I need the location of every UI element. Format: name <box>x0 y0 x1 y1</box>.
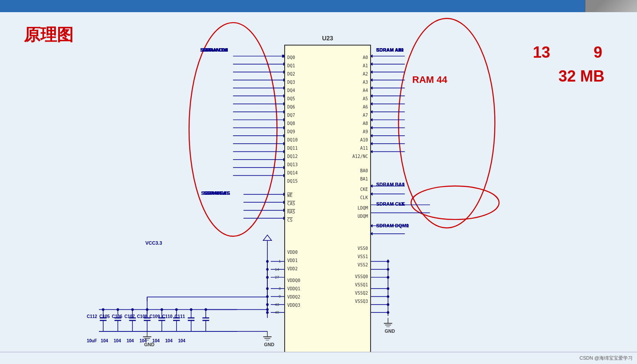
ic-reference: U23 <box>322 35 333 42</box>
ic-pin-a5: A5 <box>363 95 368 103</box>
svg-point-115 <box>387 287 389 290</box>
ic-pin-vdd1: VDD1 <box>287 256 300 265</box>
svg-text:27: 27 <box>275 275 279 279</box>
svg-point-96 <box>266 303 269 306</box>
svg-point-163 <box>102 308 105 311</box>
svg-point-91 <box>266 260 269 263</box>
svg-marker-100 <box>263 235 272 241</box>
ic-pin-a0: A0 <box>363 53 368 62</box>
ic-body: U23 W9825G6KH-6 DQ0 DQ1 DQ2 DQ3 DQ4 DQ5 … <box>284 45 371 355</box>
svg-point-164 <box>117 308 119 311</box>
svg-point-116 <box>387 295 389 298</box>
net-sdram-cs: SDRAM CS <box>187 189 230 197</box>
svg-point-169 <box>190 308 193 311</box>
svg-text:GND: GND <box>264 342 274 347</box>
ic-pin-a7: A7 <box>363 111 368 119</box>
svg-point-95 <box>266 295 269 298</box>
ic-pin-ba0: BA0 <box>360 167 368 175</box>
ic-pin-we: WE <box>287 191 300 200</box>
svg-point-165 <box>131 308 134 311</box>
ic-pin-a11: A11 <box>360 144 368 152</box>
ic-pin-dq2: DQ2 <box>287 70 300 78</box>
schematic-area: GND GND <box>0 12 637 352</box>
ic-pin-a6: A6 <box>363 103 368 111</box>
vcc-label: VCC3.3 <box>145 240 162 246</box>
svg-point-1 <box>398 18 495 228</box>
ic-pin-dq8: DQ8 <box>287 119 300 128</box>
ic-pin-cas: CAS <box>287 200 300 208</box>
svg-text:GND: GND <box>385 328 395 334</box>
svg-point-0 <box>189 23 277 236</box>
svg-point-114 <box>387 276 389 279</box>
ic-pin-udqm: UDQM <box>358 212 368 220</box>
ic-pin-a2: A2 <box>363 70 368 78</box>
svg-point-166 <box>146 308 148 311</box>
svg-text:9: 9 <box>279 294 281 298</box>
ic-pin-dq6: DQ6 <box>287 103 300 111</box>
ic-pin-dq15: DQ15 <box>287 177 300 185</box>
ic-pin-ras: RAS <box>287 208 300 216</box>
ic-pin-vssq0: VSSQ0 <box>355 272 368 281</box>
bottom-bar: CSDN @海绵宝宝爱学习 <box>0 352 637 364</box>
ic-pin-dq12: DQ12 <box>287 152 300 161</box>
ic-pin-a1: A1 <box>363 62 368 70</box>
svg-point-93 <box>266 276 269 279</box>
ic-pin-a9: A9 <box>363 128 368 136</box>
ic-pin-vssq1: VSSQ1 <box>355 281 368 289</box>
ic-pin-dq5: DQ5 <box>287 95 300 103</box>
ic-pin-a12: A12/NC <box>352 152 368 161</box>
ic-pin-dq0: DQ0 <box>287 53 300 62</box>
cap-references: C112 C105 C106 C107 C108 C109 C110 C111 <box>87 314 185 319</box>
ic-pin-a4: A4 <box>363 86 368 95</box>
svg-point-172 <box>266 308 269 311</box>
ic-pin-vss0: VSS0 <box>358 244 368 253</box>
ic-pin-vddq1: VDDQ1 <box>287 285 300 293</box>
ic-pin-vss1: VSS1 <box>358 253 368 261</box>
net-sdram-d15: SDRAM D15 <box>178 46 228 54</box>
net-sdram-dqm1: SDRAM DQM1 <box>376 221 409 230</box>
ic-pin-dq10: DQ10 <box>287 136 300 144</box>
ic-pin-vddq0: VDDQ0 <box>287 276 300 285</box>
net-sdram-clk: SDRAM CLK <box>376 200 405 208</box>
ic-pin-a8: A8 <box>363 119 368 128</box>
svg-point-94 <box>266 287 269 290</box>
ic-pin-dq14: DQ14 <box>287 169 300 177</box>
ic-pin-dq4: DQ4 <box>287 86 300 95</box>
ic-pin-cke: CKE <box>360 185 368 193</box>
svg-point-117 <box>387 303 389 306</box>
svg-point-97 <box>266 311 269 314</box>
top-bar <box>0 0 637 12</box>
ic-pin-dq1: DQ1 <box>287 62 300 70</box>
svg-point-113 <box>387 268 389 271</box>
top-image-thumb <box>585 0 637 12</box>
svg-text:43: 43 <box>275 302 279 307</box>
cap-values: 10uF 104 104 104 104 104 104 104 <box>87 338 185 343</box>
ic-pin-vssq3: VSSQ3 <box>355 297 368 305</box>
svg-text:14: 14 <box>275 267 279 272</box>
svg-point-168 <box>175 308 178 311</box>
ic-right-pins: A0 A1 A2 A3 A4 A5 A6 A7 A8 A9 A10 A11 A1… <box>352 53 368 305</box>
ic-pin-vdd2: VDD2 <box>287 265 300 273</box>
ic-left-pins: DQ0 DQ1 DQ2 DQ3 DQ4 DQ5 DQ6 DQ7 DQ8 DQ9 … <box>287 53 300 309</box>
ic-pin-vdd0: VDD0 <box>287 248 300 256</box>
svg-text:1: 1 <box>279 259 281 263</box>
ic-pin-clk: CLK <box>360 193 368 202</box>
ic-pin-dq9: DQ9 <box>287 128 300 136</box>
svg-point-112 <box>387 260 389 263</box>
ic-pin-a10: A10 <box>360 136 368 144</box>
svg-point-170 <box>204 308 207 311</box>
net-sdram-ba1: SDRAM BA1 <box>376 180 404 188</box>
ic-pin-vddq3: VDDQ3 <box>287 301 300 309</box>
svg-point-167 <box>161 308 163 311</box>
svg-text:3: 3 <box>279 286 281 291</box>
ic-pin-vssq2: VSSQ2 <box>355 289 368 297</box>
ic-pin-cs: CS <box>287 216 300 224</box>
ic-pin-dq11: DQ11 <box>287 144 300 152</box>
svg-point-2 <box>411 186 499 220</box>
ic-pin-dq3: DQ3 <box>287 78 300 86</box>
ic-pin-ba1: BA1 <box>360 175 368 183</box>
ic-pin-a3: A3 <box>363 78 368 86</box>
bottom-bar-text: CSDN @海绵宝宝爱学习 <box>580 355 633 361</box>
ic-pin-ldqm: LDQM <box>358 204 368 212</box>
ic-pin-vss2: VSS2 <box>358 261 368 269</box>
